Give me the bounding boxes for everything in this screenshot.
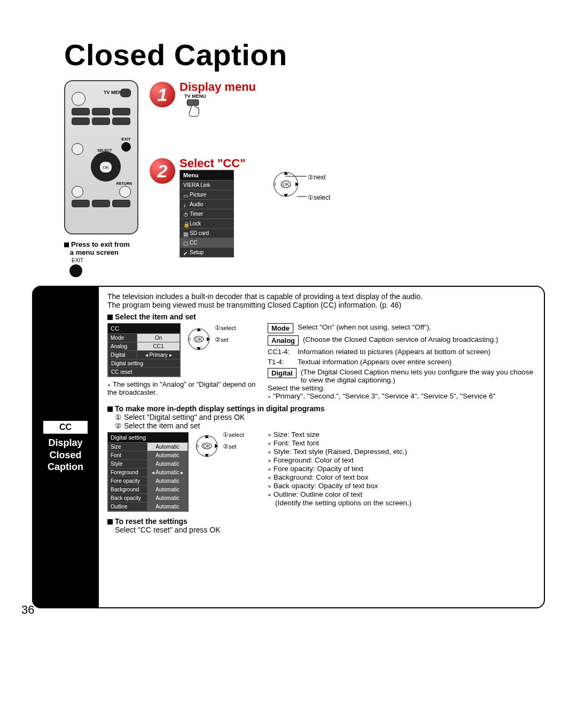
remote-btn: [112, 200, 130, 207]
def-mode-tag: Mode: [268, 323, 293, 333]
page-title: Closed Caption: [64, 37, 545, 72]
svg-rect-0: [187, 99, 199, 106]
digital-setting-menu: Digital setting SizeAutomatic FontAutoma…: [107, 432, 189, 512]
remote-return-btn: [119, 186, 131, 198]
def-sel: Select the setting.: [268, 384, 535, 392]
osd-menu-item: ▤SD card: [180, 228, 233, 238]
reset-text: Select "CC reset" and press OK: [115, 526, 535, 534]
osd-menu-item: 🔒Lock: [180, 218, 233, 228]
osd-menu-title: Menu: [180, 170, 233, 180]
osd-menu-item: VIERA Link: [180, 180, 233, 190]
def-digital-tag: Digital: [268, 368, 297, 378]
remote-btn: [72, 143, 83, 155]
step-1-sublabel: TV MENU: [184, 93, 206, 99]
picture-icon: ▭: [183, 193, 188, 197]
remote-btn: [72, 186, 83, 198]
osd-menu-item-cc: ☐CC: [180, 238, 233, 247]
cc-icon: ☐: [183, 241, 188, 245]
ok-dpad-diagram: OK: [188, 328, 209, 350]
def-cc14-t: Information related to pictures (Appears…: [298, 348, 490, 356]
hint-lines: [274, 172, 311, 198]
audio-icon: ♪: [183, 202, 188, 207]
def-t14-t: Textual information (Appears over entire…: [298, 358, 451, 366]
def-t14-k: T1-4:: [268, 358, 293, 366]
step-2-number: 2: [150, 158, 175, 184]
cc-note: The settings in "Analog" or "Digital" de…: [107, 380, 255, 396]
sec-deep: To make more in-depth display settings i…: [115, 404, 325, 413]
osd-menu-item: ▭Picture: [180, 190, 233, 199]
remote-exit-label: EXIT: [121, 137, 131, 142]
remote-control: TV MENU EXIT OK SELECT RETURN: [64, 80, 136, 234]
cc-detail-box: CC Display Closed Caption The television…: [32, 286, 545, 608]
remote-power-btn: [72, 92, 85, 106]
exit-note: Press to exit from a menu screen EXIT: [64, 240, 130, 277]
def-cc14-k: CC1-4:: [268, 348, 293, 356]
def-svc: "Primary", "Second.", "Service 3", "Serv…: [273, 392, 495, 400]
sidebar-line: Caption: [48, 461, 83, 473]
sec-reset: To reset the settings: [115, 517, 188, 526]
digital-setting-descriptions: Size: Text size Font: Text font Style: T…: [268, 430, 535, 507]
sidebar-line: Display: [48, 437, 83, 449]
osd-menu-item: ♪Audio: [180, 199, 233, 209]
remote-ok-btn: OK: [99, 161, 112, 173]
page-number: 36: [21, 603, 34, 617]
cc-osd-menu: CC ModeOn AnalogCC1 Digital◂ Primary ▸ D…: [107, 323, 181, 377]
setup-icon: ✔: [183, 251, 188, 255]
sec-select-set: Select the item and set: [115, 312, 196, 321]
sidebar-line: Closed: [48, 449, 83, 461]
osd-menu-item: ⏱Timer: [180, 209, 233, 218]
tv-menu-press-icon: [184, 99, 202, 122]
def-analog-text: (Choose the Closed Caption service of An…: [303, 335, 498, 343]
remote-tv-menu-btn: [120, 89, 131, 97]
remote-btn: [72, 108, 90, 115]
def-mode-text: Select "On" (when not using, select "Off…: [298, 323, 431, 331]
exit-btn-label: EXIT: [72, 257, 130, 263]
step-1-number: 1: [150, 82, 175, 107]
remote-exit-btn: [121, 142, 131, 152]
deep-step2: ② Select the item and set: [115, 421, 535, 430]
step-2-label: Select "CC": [180, 156, 246, 170]
ok-dpad-diagram: OK: [196, 435, 217, 457]
remote-btn: [92, 200, 110, 207]
osd-menu-item: ✔Setup: [180, 247, 233, 257]
remote-btn: [112, 108, 130, 115]
osd-menu: Menu VIERA Link ▭Picture ♪Audio ⏱Timer 🔒…: [180, 170, 234, 257]
step-1-label: Display menu: [180, 80, 256, 94]
lock-icon: 🔒: [183, 222, 188, 226]
remote-select-label: SELECT: [97, 148, 112, 152]
def-analog-tag: Analog: [268, 335, 299, 346]
remote-btn: [92, 108, 110, 115]
cc-badge: CC: [43, 421, 88, 434]
timer-icon: ⏱: [183, 212, 188, 216]
remote-btn: [72, 200, 90, 207]
hint-select: ①select: [308, 194, 330, 201]
remote-btn: [112, 118, 130, 125]
exit-button-icon: [69, 264, 82, 277]
remote-return-label: RETURN: [116, 182, 132, 185]
def-digital-text: (The Digital Closed Caption menu lets yo…: [301, 368, 535, 384]
sd-card-icon: ▤: [183, 231, 188, 236]
intro-text: The television includes a built-in decod…: [107, 292, 535, 309]
remote-btn: [92, 118, 110, 125]
remote-btn: [72, 118, 90, 125]
cc-sidebar: CC Display Closed Caption: [32, 287, 99, 607]
deep-step1: ① Select "Digital setting" and press OK: [115, 413, 535, 421]
